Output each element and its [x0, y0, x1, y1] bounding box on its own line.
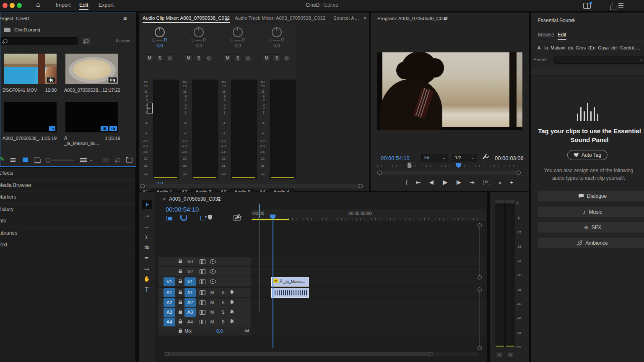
search-input[interactable]: [0, 37, 78, 45]
zoom-slider-track[interactable]: [51, 160, 74, 160]
hand-tool[interactable]: ✋: [142, 274, 152, 284]
step-forward-icon[interactable]: |▶: [456, 179, 461, 185]
sync-lock-icon[interactable]: [200, 310, 205, 315]
program-ruler[interactable]: [377, 165, 520, 167]
sync-lock-icon[interactable]: [200, 269, 205, 274]
clip-name[interactable]: Ä _la_Maison_du...: [64, 136, 103, 146]
linked-selection-icon[interactable]: [200, 216, 206, 220]
tab-audio-clip-mixer[interactable]: Audio Clip Mixer: A003_07050538_C032: [143, 16, 230, 23]
source-patch-badge[interactable]: A3: [164, 308, 175, 317]
keyframe-button[interactable]: ⊙: [244, 54, 252, 62]
program-timecode[interactable]: 00:00:54:10: [381, 155, 410, 161]
track-output-eye-icon[interactable]: [210, 259, 216, 264]
track-lane[interactable]: [251, 257, 486, 267]
tab-browse[interactable]: Browse: [538, 32, 554, 38]
add-marker-icon[interactable]: [208, 215, 212, 220]
mute-button[interactable]: M: [208, 317, 216, 327]
play-icon[interactable]: ▶: [443, 178, 448, 186]
audio-zoom-scroll-handle[interactable]: [478, 346, 482, 350]
close-window-button[interactable]: [3, 3, 8, 8]
solo-button[interactable]: S: [156, 54, 164, 62]
stacked-panel-tab[interactable]: Media Browser: [0, 180, 135, 192]
menu-import[interactable]: Import: [56, 2, 70, 8]
solo-button[interactable]: S: [234, 54, 242, 62]
voiceover-mic-icon[interactable]: [231, 310, 233, 313]
source-patch-badge[interactable]: A1: [164, 288, 175, 297]
clip-name[interactable]: A003_07050538_...: [3, 136, 39, 141]
source-patch-badge[interactable]: A4: [164, 318, 175, 326]
track-lane[interactable]: [251, 288, 486, 298]
audio-type-ambience-button[interactable]: Ambience: [538, 238, 644, 248]
solo-button[interactable]: S: [219, 298, 227, 308]
pen-tool[interactable]: ✒: [142, 253, 152, 263]
pan-knob[interactable]: [272, 27, 282, 37]
source-patch-badge[interactable]: V1: [164, 277, 175, 286]
slip-tool[interactable]: ↹: [142, 243, 152, 252]
zoom-level-dropdown[interactable]: Fit⌄: [421, 154, 448, 162]
icon-view-icon[interactable]: [23, 158, 28, 162]
voiceover-mic-icon[interactable]: [231, 290, 233, 293]
target-track-badge[interactable]: A1: [184, 288, 196, 297]
pan-value[interactable]: 0,0: [140, 43, 179, 48]
timeline-timecode[interactable]: 00:00:54:10: [166, 206, 199, 213]
mute-button[interactable]: M: [224, 54, 232, 62]
track-select-forward-tool[interactable]: ⇢: [142, 212, 152, 221]
more-controls-icon[interactable]: »: [499, 179, 501, 186]
stacked-panel-tab[interactable]: Info: [0, 215, 135, 228]
mute-button[interactable]: M: [185, 54, 193, 62]
tab-audio-track-mixer[interactable]: Audio Track Mixer: A003_07050538_C032: [235, 16, 325, 21]
freeform-view-icon[interactable]: [34, 158, 40, 163]
sync-lock-icon[interactable]: [200, 300, 205, 305]
playhead-line[interactable]: [273, 219, 273, 348]
video-zoom-scroll-handle[interactable]: [478, 275, 482, 279]
audio-clip[interactable]: [271, 288, 309, 298]
keyframe-button[interactable]: ⊙: [166, 54, 174, 62]
pan-track[interactable]: [156, 40, 163, 41]
zoom-slider-handle[interactable]: [46, 158, 50, 163]
mix-value[interactable]: 0,0: [216, 328, 223, 334]
pan-knob[interactable]: [194, 27, 204, 37]
lock-icon[interactable]: [179, 261, 182, 263]
home-icon[interactable]: ⌂: [36, 1, 40, 8]
pan-knob[interactable]: [155, 27, 165, 37]
target-track-badge[interactable]: V2: [184, 267, 196, 276]
stacked-panel-tab[interactable]: History: [0, 204, 135, 216]
sort-chevron-icon[interactable]: ⌄: [89, 157, 93, 162]
stacked-panel-tab[interactable]: Libraries: [0, 228, 135, 240]
step-back-icon[interactable]: ◀|: [429, 179, 434, 185]
mute-button[interactable]: M: [263, 54, 271, 62]
project-file-name[interactable]: CineD.prproj: [14, 27, 40, 32]
keyframe-button[interactable]: ⊙: [205, 54, 213, 62]
source-patch-badge[interactable]: A2: [164, 298, 175, 307]
video-zoom-scroll-handle[interactable]: [478, 223, 482, 228]
target-track-badge[interactable]: A4: [184, 318, 196, 326]
panel-menu-icon[interactable]: ≡: [217, 195, 220, 202]
new-bin-icon[interactable]: [126, 158, 132, 163]
pan-value[interactable]: 0,0: [257, 43, 296, 48]
keyframe-button[interactable]: ⊙: [283, 54, 291, 62]
find-button[interactable]: [83, 38, 90, 44]
clip-thumbnail-pizza[interactable]: [65, 54, 118, 84]
list-view-icon[interactable]: [10, 158, 16, 162]
audio-type-sfx-button[interactable]: ✳ SFX: [538, 222, 644, 233]
timeline-scrollbar-handle[interactable]: [165, 352, 433, 356]
more-tabs-icon[interactable]: »: [364, 15, 366, 20]
sync-lock-icon[interactable]: [200, 279, 205, 284]
clip-thumbnail-black[interactable]: [4, 102, 57, 132]
sync-lock-icon[interactable]: [200, 259, 205, 264]
mute-button[interactable]: M: [208, 288, 216, 297]
pan-value[interactable]: 0,0: [218, 43, 257, 48]
go-to-in-icon[interactable]: ⇤: [416, 179, 421, 186]
pan-value[interactable]: 0,0: [179, 43, 218, 48]
solo-button[interactable]: S: [273, 54, 281, 62]
video-clip[interactable]: fx Ä _la_Maison_d: [271, 277, 309, 287]
lock-icon[interactable]: [179, 321, 182, 323]
lock-icon[interactable]: [179, 271, 182, 273]
selection-tool[interactable]: ➤: [142, 200, 152, 209]
sequence-tab[interactable]: A003_07050538_C032: [169, 196, 221, 202]
razor-tool[interactable]: ✂: [142, 235, 151, 240]
export-frame-icon[interactable]: [483, 180, 490, 185]
add-button-icon[interactable]: +: [510, 179, 513, 186]
rectangle-tool[interactable]: ▭: [142, 264, 152, 273]
track-output-eye-icon[interactable]: [210, 279, 216, 284]
